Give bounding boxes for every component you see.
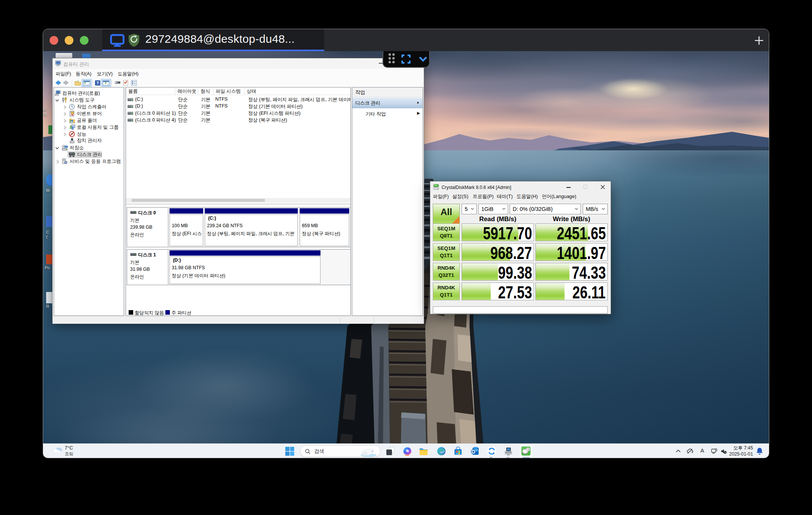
svg-text:?: ? (96, 81, 99, 85)
